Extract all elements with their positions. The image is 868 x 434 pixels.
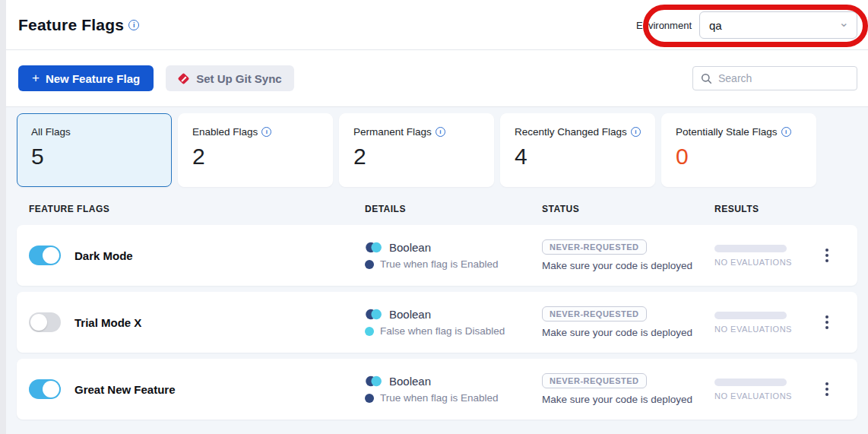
- stat-value: 2: [353, 144, 480, 169]
- value-dot-icon: [365, 260, 374, 269]
- new-feature-flag-label: New Feature Flag: [46, 72, 140, 85]
- new-feature-flag-button[interactable]: + New Feature Flag: [18, 65, 154, 91]
- flag-toggle[interactable]: [29, 246, 61, 265]
- row-menu-button[interactable]: [819, 242, 835, 268]
- flag-type: Boolean: [389, 241, 431, 254]
- flag-toggle[interactable]: [29, 312, 61, 332]
- boolean-type-icon: [366, 242, 382, 252]
- flag-value-text: True when flag is Enabled: [380, 258, 499, 270]
- stat-value: 2: [192, 144, 318, 169]
- git-sync-label: Set Up Git Sync: [196, 72, 282, 85]
- stat-card-enabled-flags[interactable]: Enabled Flags 2: [178, 113, 333, 187]
- column-header-status: STATUS: [542, 204, 714, 214]
- flag-toggle[interactable]: [29, 379, 61, 399]
- results-bar: [714, 312, 787, 319]
- environment-select[interactable]: qa: [699, 11, 857, 39]
- results-text: NO EVALUATIONS: [714, 325, 816, 334]
- search-box[interactable]: [692, 66, 857, 90]
- git-sync-button[interactable]: Set Up Git Sync: [166, 65, 294, 91]
- search-input[interactable]: [718, 72, 849, 84]
- table-row[interactable]: Dark Mode Boolean True when flag is Enab…: [17, 225, 857, 286]
- info-icon[interactable]: [781, 127, 791, 137]
- status-text: Make sure your code is deployed: [542, 260, 714, 271]
- flag-value-text: True when flag is Enabled: [380, 392, 499, 404]
- table-row[interactable]: Great New Feature Boolean True when flag…: [17, 359, 857, 420]
- stat-value: 5: [31, 144, 157, 169]
- environment-value: qa: [709, 19, 722, 32]
- info-icon[interactable]: [261, 127, 271, 137]
- results-text: NO EVALUATIONS: [714, 391, 816, 401]
- table-header: FEATURE FLAGS DETAILS STATUS RESULTS: [17, 187, 857, 225]
- status-text: Make sure your code is deployed: [542, 327, 714, 338]
- content-area: All Flags 5 Enabled Flags 2 Permanent Fl…: [6, 107, 868, 434]
- stat-card-potentially-stale-flags[interactable]: Potentially Stale Flags 0: [661, 113, 816, 187]
- info-icon[interactable]: [436, 127, 445, 137]
- flag-name[interactable]: Great New Feature: [74, 383, 176, 396]
- status-text: Make sure your code is deployed: [542, 394, 714, 405]
- row-menu-button[interactable]: [819, 376, 835, 402]
- boolean-type-icon: [366, 375, 382, 386]
- stat-label: All Flags: [31, 126, 71, 138]
- plus-icon: +: [32, 71, 40, 86]
- stat-card-recently-changed-flags[interactable]: Recently Changed Flags 4: [500, 113, 655, 187]
- stat-label: Potentially Stale Flags: [676, 126, 778, 138]
- status-badge: NEVER-REQUESTED: [542, 306, 647, 322]
- column-header-feature-flags: FEATURE FLAGS: [29, 204, 365, 214]
- environment-group: Environment qa: [636, 11, 857, 39]
- stat-label: Recently Changed Flags: [515, 126, 627, 138]
- flag-value-text: False when flag is Disabled: [380, 325, 505, 337]
- stats-row: All Flags 5 Enabled Flags 2 Permanent Fl…: [17, 113, 857, 187]
- title-info-icon[interactable]: [128, 20, 139, 30]
- flag-type: Boolean: [389, 375, 431, 388]
- row-menu-button[interactable]: [819, 309, 835, 335]
- boolean-type-icon: [366, 309, 382, 319]
- page-title: Feature Flags: [18, 16, 124, 34]
- stat-label: Permanent Flags: [353, 126, 432, 138]
- left-gutter: [0, 0, 6, 434]
- results-bar: [714, 379, 787, 386]
- flag-name[interactable]: Trial Mode X: [74, 316, 141, 329]
- status-badge: NEVER-REQUESTED: [542, 239, 647, 255]
- stat-label: Enabled Flags: [192, 126, 258, 138]
- chevron-down-icon: [839, 15, 849, 30]
- git-icon: [178, 73, 189, 84]
- value-dot-icon: [365, 394, 374, 403]
- stat-value: 4: [515, 144, 641, 169]
- info-icon[interactable]: [631, 127, 641, 137]
- stat-card-all-flags[interactable]: All Flags 5: [17, 113, 172, 187]
- table-row[interactable]: Trial Mode X Boolean False when flag is …: [17, 292, 857, 353]
- search-icon: [701, 73, 712, 84]
- stat-value: 0: [676, 144, 802, 169]
- toolbar: + New Feature Flag Set Up Git Sync: [6, 50, 868, 107]
- results-bar: [714, 245, 787, 252]
- page-header: Feature Flags Environment qa: [6, 0, 868, 50]
- column-header-details: DETAILS: [365, 204, 542, 214]
- feature-flags-page: Feature Flags Environment qa + New Featu…: [6, 0, 868, 434]
- results-text: NO EVALUATIONS: [714, 258, 816, 267]
- stat-card-permanent-flags[interactable]: Permanent Flags 2: [339, 113, 494, 187]
- flag-type: Boolean: [389, 308, 431, 321]
- environment-label: Environment: [636, 20, 692, 31]
- column-header-results: RESULTS: [714, 204, 816, 214]
- flag-name[interactable]: Dark Mode: [74, 249, 133, 262]
- status-badge: NEVER-REQUESTED: [542, 373, 647, 388]
- value-dot-icon: [365, 327, 374, 336]
